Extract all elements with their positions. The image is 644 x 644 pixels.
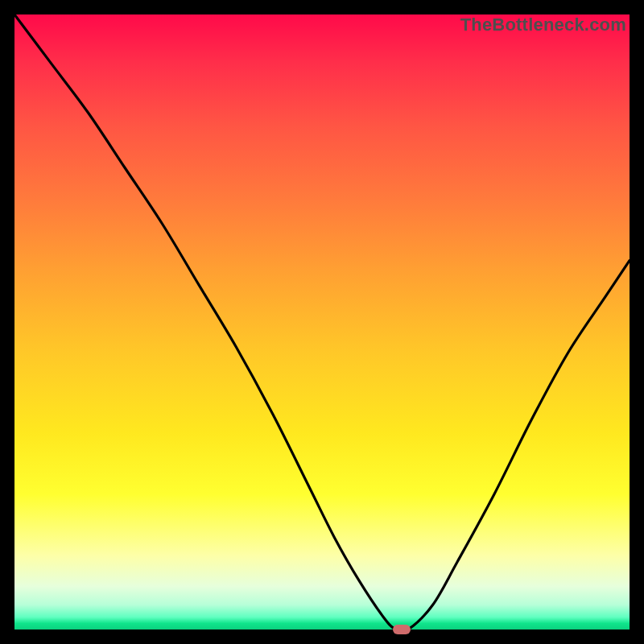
chart-frame: TheBottleneck.com: [0, 0, 644, 644]
plot-area: TheBottleneck.com: [14, 14, 630, 630]
bottleneck-curve: [14, 14, 630, 630]
optimal-point-marker: [393, 625, 411, 634]
